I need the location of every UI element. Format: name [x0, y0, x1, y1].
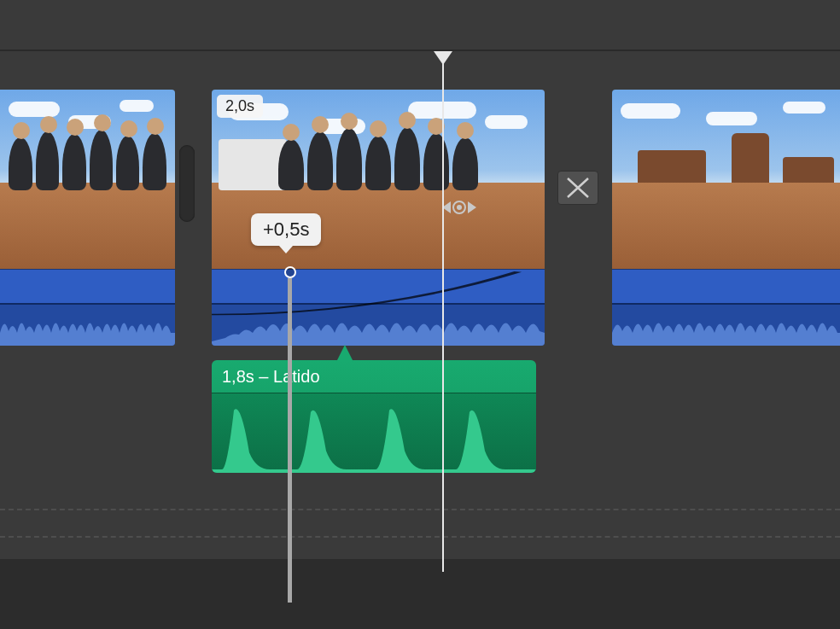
fade-in-handle[interactable]: [284, 266, 296, 278]
audio-clip-pin-icon[interactable]: [336, 345, 353, 362]
video-clip-3[interactable]: [612, 90, 840, 346]
timeline-guide-line: [0, 509, 840, 510]
clip-thumbnail: [612, 90, 840, 269]
clip-gap-scroll-handle[interactable]: [179, 145, 195, 222]
clip-duration-badge: 2,0s: [217, 95, 263, 118]
playhead[interactable]: [442, 51, 444, 572]
video-clip-1[interactable]: [0, 90, 175, 346]
clip-audio-waveform[interactable]: [212, 269, 545, 346]
next-keyframe-icon[interactable]: [468, 201, 476, 213]
detached-audio-clip[interactable]: 1,8s – Latido: [212, 360, 536, 473]
clip-thumbnail: [0, 90, 175, 269]
callout-line: [288, 278, 292, 603]
timeline-guide-line: [0, 536, 840, 538]
timeline-toolbar: [0, 0, 840, 51]
timeline-footer: [0, 559, 840, 629]
transition-icon[interactable]: [557, 171, 598, 205]
clip-audio-waveform[interactable]: [612, 269, 840, 346]
add-keyframe-icon[interactable]: [452, 201, 466, 214]
fade-duration-tooltip: +0,5s: [251, 213, 321, 246]
audio-clip-waveform[interactable]: [212, 393, 536, 473]
keyframe-nav-control[interactable]: [442, 201, 476, 214]
audio-clip-label: 1,8s – Latido: [222, 367, 320, 387]
clip-audio-waveform[interactable]: [0, 269, 175, 346]
